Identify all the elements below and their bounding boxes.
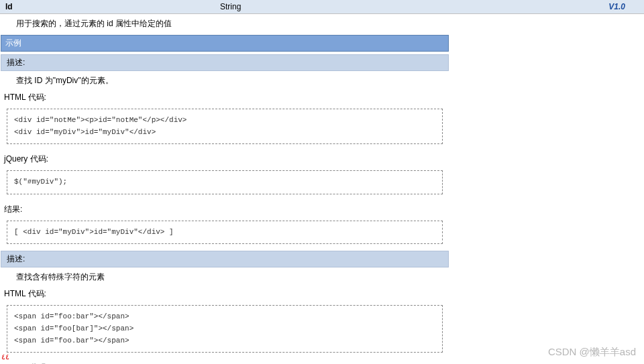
header-type: String xyxy=(220,2,608,11)
code-block: <div id="notMe"><p>id="notMe"</p></div> … xyxy=(7,109,443,144)
header-version: V1.0 xyxy=(608,2,639,11)
description-bar: 描述: xyxy=(1,54,449,71)
description-text: 查找 ID 为"myDiv"的元素。 xyxy=(0,72,449,89)
code-label: HTML 代码: xyxy=(0,286,449,302)
code-block: <span id="foo:bar"></span> <span id="foo… xyxy=(7,305,443,353)
code-label: jQuery 代码: xyxy=(0,359,449,364)
header-id: Id xyxy=(5,2,220,11)
description-bar: 描述: xyxy=(1,251,449,267)
code-block: [ <div id="myDiv">id="myDiv"</div> ] xyxy=(7,221,443,245)
code-label: 结果: xyxy=(0,201,449,218)
code-label: HTML 代码: xyxy=(0,89,449,106)
code-block: $("#myDiv"); xyxy=(7,170,443,194)
red-mark: ٤٤ xyxy=(1,353,9,361)
header-row: Id String V1.0 xyxy=(0,0,644,14)
code-label: jQuery 代码: xyxy=(0,151,449,168)
top-description: 用于搜索的，通过元素的 id 属性中给定的值 xyxy=(0,14,644,34)
example-bar: 示例 xyxy=(1,35,449,52)
description-text: 查找含有特殊字符的元素 xyxy=(0,269,449,286)
